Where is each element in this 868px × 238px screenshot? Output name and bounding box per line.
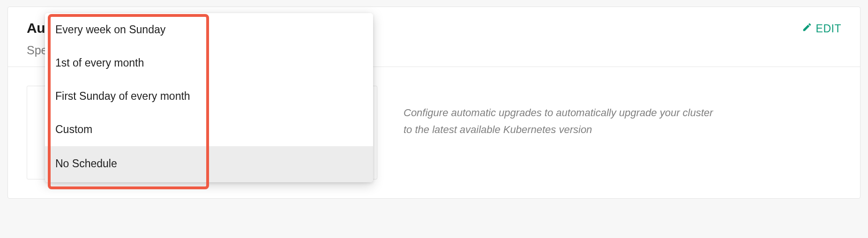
dropdown-option[interactable]: Custom — [45, 113, 373, 146]
description-area: Configure automatic upgrades to automati… — [396, 86, 841, 179]
dropdown-option[interactable]: First Sunday of every month — [45, 80, 373, 113]
description-text: Configure automatic upgrades to automati… — [404, 104, 722, 139]
pencil-icon — [802, 22, 812, 35]
edit-button[interactable]: EDIT — [802, 20, 841, 35]
dropdown-option[interactable]: No Schedule — [45, 146, 373, 182]
dropdown-option[interactable]: 1st of every month — [45, 46, 373, 80]
edit-label: EDIT — [816, 22, 841, 35]
schedule-dropdown[interactable]: Every week on Sunday1st of every monthFi… — [45, 13, 373, 182]
dropdown-option[interactable]: Every week on Sunday — [45, 13, 373, 46]
